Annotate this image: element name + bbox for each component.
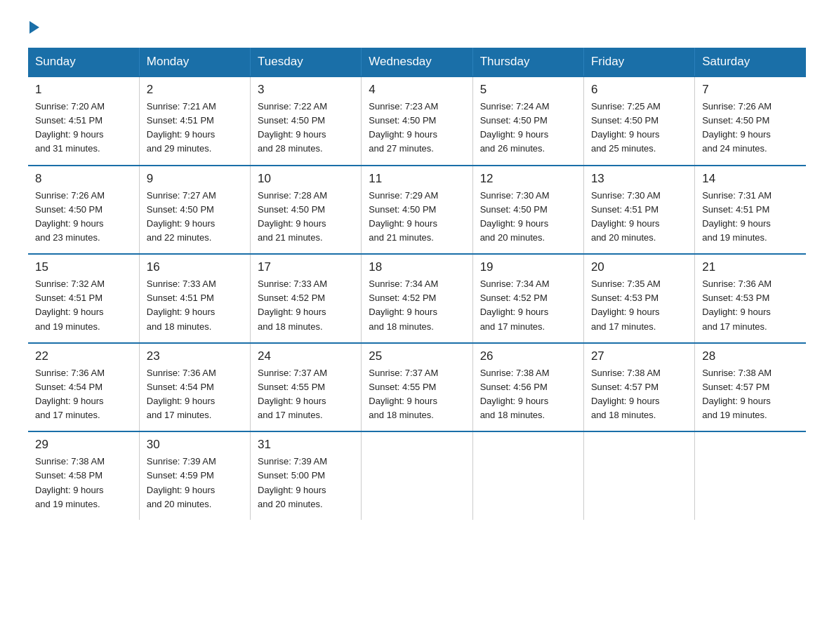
day-number: 7 bbox=[702, 83, 799, 97]
calendar-cell: 17 Sunrise: 7:33 AMSunset: 4:52 PMDaylig… bbox=[251, 254, 362, 343]
day-number: 30 bbox=[147, 438, 243, 452]
day-number: 31 bbox=[258, 438, 354, 452]
day-number: 12 bbox=[480, 172, 576, 186]
day-number: 19 bbox=[480, 260, 576, 274]
day-number: 5 bbox=[480, 83, 576, 97]
day-number: 8 bbox=[35, 172, 132, 186]
day-info: Sunrise: 7:24 AMSunset: 4:50 PMDaylight:… bbox=[480, 100, 576, 156]
calendar-cell: 21 Sunrise: 7:36 AMSunset: 4:53 PMDaylig… bbox=[695, 254, 806, 343]
day-info: Sunrise: 7:26 AMSunset: 4:50 PMDaylight:… bbox=[35, 189, 132, 246]
calendar-cell: 8 Sunrise: 7:26 AMSunset: 4:50 PMDayligh… bbox=[28, 166, 139, 255]
day-info: Sunrise: 7:35 AMSunset: 4:53 PMDaylight:… bbox=[591, 277, 687, 334]
calendar-cell: 31 Sunrise: 7:39 AMSunset: 5:00 PMDaylig… bbox=[251, 431, 362, 520]
day-info: Sunrise: 7:36 AMSunset: 4:54 PMDaylight:… bbox=[147, 366, 243, 423]
day-number: 3 bbox=[258, 83, 354, 97]
day-number: 9 bbox=[147, 172, 243, 186]
day-number: 16 bbox=[147, 260, 243, 274]
calendar-cell: 25 Sunrise: 7:37 AMSunset: 4:55 PMDaylig… bbox=[362, 343, 472, 432]
calendar-cell: 2 Sunrise: 7:21 AMSunset: 4:51 PMDayligh… bbox=[139, 76, 250, 166]
day-number: 6 bbox=[591, 83, 687, 97]
day-info: Sunrise: 7:26 AMSunset: 4:50 PMDaylight:… bbox=[702, 100, 799, 156]
day-number: 18 bbox=[369, 260, 465, 274]
calendar-cell: 24 Sunrise: 7:37 AMSunset: 4:55 PMDaylig… bbox=[251, 343, 362, 432]
calendar-week-row: 1 Sunrise: 7:20 AMSunset: 4:51 PMDayligh… bbox=[28, 76, 806, 166]
day-number: 13 bbox=[591, 172, 687, 186]
day-number: 25 bbox=[369, 349, 465, 363]
calendar-cell: 11 Sunrise: 7:29 AMSunset: 4:50 PMDaylig… bbox=[362, 166, 472, 255]
day-info: Sunrise: 7:36 AMSunset: 4:53 PMDaylight:… bbox=[702, 277, 799, 334]
calendar-cell bbox=[362, 431, 472, 520]
day-info: Sunrise: 7:34 AMSunset: 4:52 PMDaylight:… bbox=[480, 277, 576, 334]
day-number: 14 bbox=[702, 172, 799, 186]
header-monday: Monday bbox=[139, 48, 250, 76]
day-number: 17 bbox=[258, 260, 354, 274]
calendar-week-row: 29 Sunrise: 7:38 AMSunset: 4:58 PMDaylig… bbox=[28, 431, 806, 520]
day-number: 1 bbox=[35, 83, 132, 97]
day-number: 21 bbox=[702, 260, 799, 274]
day-number: 24 bbox=[258, 349, 354, 363]
calendar-cell: 27 Sunrise: 7:38 AMSunset: 4:57 PMDaylig… bbox=[583, 343, 694, 432]
calendar-cell: 20 Sunrise: 7:35 AMSunset: 4:53 PMDaylig… bbox=[583, 254, 694, 343]
day-info: Sunrise: 7:37 AMSunset: 4:55 PMDaylight:… bbox=[258, 366, 354, 423]
header-wednesday: Wednesday bbox=[362, 48, 472, 76]
calendar-cell: 28 Sunrise: 7:38 AMSunset: 4:57 PMDaylig… bbox=[695, 343, 806, 432]
calendar-header-row: SundayMondayTuesdayWednesdayThursdayFrid… bbox=[28, 48, 806, 76]
header-sunday: Sunday bbox=[28, 48, 139, 76]
day-info: Sunrise: 7:23 AMSunset: 4:50 PMDaylight:… bbox=[369, 100, 465, 156]
day-info: Sunrise: 7:22 AMSunset: 4:50 PMDaylight:… bbox=[258, 100, 354, 156]
page-header bbox=[28, 21, 806, 34]
day-number: 27 bbox=[591, 349, 687, 363]
calendar-cell: 4 Sunrise: 7:23 AMSunset: 4:50 PMDayligh… bbox=[362, 76, 472, 166]
day-info: Sunrise: 7:38 AMSunset: 4:57 PMDaylight:… bbox=[591, 366, 687, 423]
calendar-cell: 19 Sunrise: 7:34 AMSunset: 4:52 PMDaylig… bbox=[472, 254, 583, 343]
calendar-cell bbox=[583, 431, 694, 520]
calendar-table: SundayMondayTuesdayWednesdayThursdayFrid… bbox=[28, 48, 806, 520]
day-info: Sunrise: 7:31 AMSunset: 4:51 PMDaylight:… bbox=[702, 189, 799, 246]
day-info: Sunrise: 7:30 AMSunset: 4:51 PMDaylight:… bbox=[591, 189, 687, 246]
day-info: Sunrise: 7:28 AMSunset: 4:50 PMDaylight:… bbox=[258, 189, 354, 246]
calendar-cell: 10 Sunrise: 7:28 AMSunset: 4:50 PMDaylig… bbox=[251, 166, 362, 255]
calendar-cell: 15 Sunrise: 7:32 AMSunset: 4:51 PMDaylig… bbox=[28, 254, 139, 343]
logo bbox=[28, 21, 41, 34]
calendar-cell: 18 Sunrise: 7:34 AMSunset: 4:52 PMDaylig… bbox=[362, 254, 472, 343]
day-number: 4 bbox=[369, 83, 465, 97]
day-info: Sunrise: 7:39 AMSunset: 5:00 PMDaylight:… bbox=[258, 455, 354, 511]
calendar-cell: 12 Sunrise: 7:30 AMSunset: 4:50 PMDaylig… bbox=[472, 166, 583, 255]
calendar-cell: 1 Sunrise: 7:20 AMSunset: 4:51 PMDayligh… bbox=[28, 76, 139, 166]
calendar-cell: 9 Sunrise: 7:27 AMSunset: 4:50 PMDayligh… bbox=[139, 166, 250, 255]
calendar-cell: 29 Sunrise: 7:38 AMSunset: 4:58 PMDaylig… bbox=[28, 431, 139, 520]
day-info: Sunrise: 7:39 AMSunset: 4:59 PMDaylight:… bbox=[147, 455, 243, 511]
calendar-week-row: 15 Sunrise: 7:32 AMSunset: 4:51 PMDaylig… bbox=[28, 254, 806, 343]
calendar-cell bbox=[695, 431, 806, 520]
header-tuesday: Tuesday bbox=[251, 48, 362, 76]
day-info: Sunrise: 7:20 AMSunset: 4:51 PMDaylight:… bbox=[35, 100, 132, 156]
calendar-cell: 3 Sunrise: 7:22 AMSunset: 4:50 PMDayligh… bbox=[251, 76, 362, 166]
calendar-cell: 5 Sunrise: 7:24 AMSunset: 4:50 PMDayligh… bbox=[472, 76, 583, 166]
header-friday: Friday bbox=[583, 48, 694, 76]
calendar-cell: 6 Sunrise: 7:25 AMSunset: 4:50 PMDayligh… bbox=[583, 76, 694, 166]
day-info: Sunrise: 7:38 AMSunset: 4:56 PMDaylight:… bbox=[480, 366, 576, 423]
calendar-cell: 14 Sunrise: 7:31 AMSunset: 4:51 PMDaylig… bbox=[695, 166, 806, 255]
calendar-cell: 23 Sunrise: 7:36 AMSunset: 4:54 PMDaylig… bbox=[139, 343, 250, 432]
calendar-cell: 22 Sunrise: 7:36 AMSunset: 4:54 PMDaylig… bbox=[28, 343, 139, 432]
calendar-cell bbox=[472, 431, 583, 520]
day-info: Sunrise: 7:27 AMSunset: 4:50 PMDaylight:… bbox=[147, 189, 243, 246]
day-number: 11 bbox=[369, 172, 465, 186]
day-number: 26 bbox=[480, 349, 576, 363]
day-number: 23 bbox=[147, 349, 243, 363]
day-info: Sunrise: 7:25 AMSunset: 4:50 PMDaylight:… bbox=[591, 100, 687, 156]
day-info: Sunrise: 7:36 AMSunset: 4:54 PMDaylight:… bbox=[35, 366, 132, 423]
calendar-cell: 30 Sunrise: 7:39 AMSunset: 4:59 PMDaylig… bbox=[139, 431, 250, 520]
day-info: Sunrise: 7:33 AMSunset: 4:52 PMDaylight:… bbox=[258, 277, 354, 334]
day-info: Sunrise: 7:38 AMSunset: 4:57 PMDaylight:… bbox=[702, 366, 799, 423]
calendar-cell: 26 Sunrise: 7:38 AMSunset: 4:56 PMDaylig… bbox=[472, 343, 583, 432]
day-info: Sunrise: 7:34 AMSunset: 4:52 PMDaylight:… bbox=[369, 277, 465, 334]
day-info: Sunrise: 7:21 AMSunset: 4:51 PMDaylight:… bbox=[147, 100, 243, 156]
logo-arrow-icon bbox=[29, 21, 39, 34]
calendar-cell: 7 Sunrise: 7:26 AMSunset: 4:50 PMDayligh… bbox=[695, 76, 806, 166]
calendar-week-row: 22 Sunrise: 7:36 AMSunset: 4:54 PMDaylig… bbox=[28, 343, 806, 432]
header-thursday: Thursday bbox=[472, 48, 583, 76]
day-number: 22 bbox=[35, 349, 132, 363]
calendar-cell: 13 Sunrise: 7:30 AMSunset: 4:51 PMDaylig… bbox=[583, 166, 694, 255]
calendar-cell: 16 Sunrise: 7:33 AMSunset: 4:51 PMDaylig… bbox=[139, 254, 250, 343]
